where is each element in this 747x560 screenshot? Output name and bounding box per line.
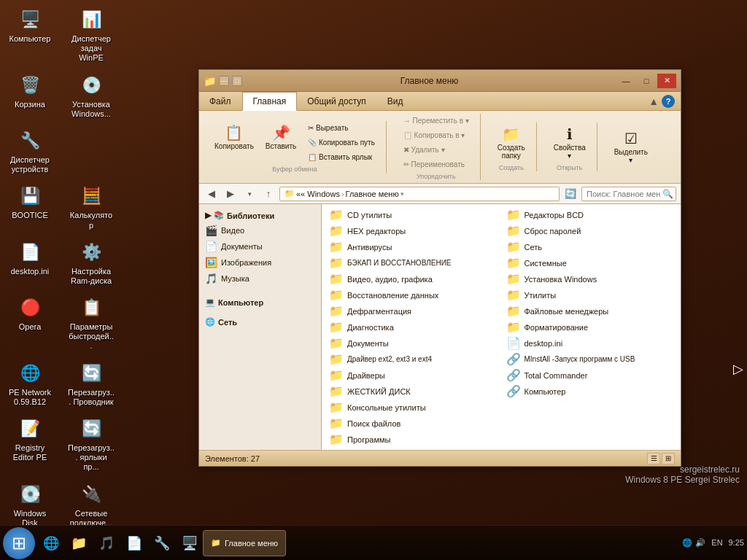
file-item-search[interactable]: 📁 Поиск файлов <box>325 416 501 431</box>
folder-icon: 📁 <box>285 189 295 198</box>
desktop-icon-taskmanager[interactable]: 📊 Диспетчер задач WinPE <box>65 4 117 66</box>
sidebar-network-header[interactable]: 🌐 Сеть <box>199 315 321 329</box>
start-button[interactable]: ⊞ <box>3 527 35 559</box>
grid-view-button[interactable]: ⊞ <box>662 453 675 464</box>
file-item-passreset[interactable]: 📁 Сброс паролей <box>502 223 678 238</box>
file-item-filemgr[interactable]: 📁 Файловые менеджеры <box>502 303 678 319</box>
desktop-icon-calculator[interactable]: 🧮 Калькулятор <box>65 180 117 233</box>
file-item-defrag[interactable]: 📁 Дефрагментация <box>325 303 501 319</box>
ribbon-newfolder-button[interactable]: 📁 Создать папку <box>492 122 530 163</box>
sidebar-libraries: ▶ 📚 Библиотеки 🎬 Видео 📄 Документы 🖼️ <box>199 209 321 287</box>
back-button[interactable]: ◀ <box>204 187 220 201</box>
file-item-utils[interactable]: 📁 Утилиты <box>502 287 678 303</box>
file-item-bcd[interactable]: 📁 Редакторы BCD <box>502 207 678 222</box>
help-icon[interactable]: ? <box>662 95 675 108</box>
ribbon-rename-button[interactable]: ✏ Переименовать <box>398 158 474 171</box>
taskbar-extra-icon[interactable]: 📄 <box>121 530 147 556</box>
file-item-ext-driver[interactable]: 📁 Драйвер ext2, ext3 и ext4 <box>325 351 501 367</box>
desktop-icon-shortcutsrestart[interactable]: 🔄 Перезагруз... ярлыки пр... <box>65 413 117 475</box>
ribbon-moveto-button[interactable]: → Переместить в ▾ <box>398 114 474 128</box>
desktop-icon-perfparams[interactable]: 📋 Параметры быстродей... <box>65 292 117 354</box>
taskbar-window-mainmenu[interactable]: 📁 Главное меню <box>203 530 286 556</box>
taskbar-app-icon[interactable]: 🖥️ <box>177 530 203 556</box>
forward-button[interactable]: ▶ <box>222 187 239 201</box>
file-item-recovery[interactable]: 📁 Восстановление данных <box>325 287 501 303</box>
ribbon-paste-button[interactable]: 📌 Вставить <box>260 121 301 164</box>
list-view-button[interactable]: ☰ <box>647 453 660 464</box>
ribbon-pasteshortcut-button[interactable]: 📋 Вставить ярлык <box>303 150 380 164</box>
file-item-media[interactable]: 📁 Видео, аудио, графика <box>325 271 501 287</box>
minimize-button[interactable]: — <box>616 74 635 88</box>
refresh-button[interactable]: 🔄 <box>562 187 578 201</box>
titlebar-minimize-btn[interactable]: — <box>219 76 229 86</box>
desktop-icon-registry[interactable]: 📝 Registry Editor PE <box>4 413 56 475</box>
menu-tab-file[interactable]: Файл <box>199 92 242 110</box>
file-item-hdd[interactable]: 📁 ЖЕСТКИЙ ДИСК <box>325 384 501 399</box>
taskbar-clock[interactable]: 9:25 <box>729 537 744 548</box>
file-item-desktopini[interactable]: 📄 desktop.ini <box>502 335 678 351</box>
recycle-icon: 🗑️ <box>17 72 43 98</box>
desktop-icon-devicemgr[interactable]: 🔧 Диспетчер устройств <box>4 125 56 177</box>
taskbar-tool-icon[interactable]: 🔧 <box>149 530 175 556</box>
file-item-cd[interactable]: 📁 CD утилиты <box>325 207 501 222</box>
sidebar-item-video[interactable]: 🎬 Видео <box>199 222 321 238</box>
sidebar-item-images[interactable]: 🖼️ Изображения <box>199 254 321 271</box>
menu-tab-view[interactable]: Вид <box>377 92 414 110</box>
desktop-icon-ramconfig[interactable]: ⚙️ Настройка Ram-диска <box>65 236 117 289</box>
taskbar-explorer-icon[interactable]: 📁 <box>66 530 92 556</box>
file-item-format[interactable]: 📁 Форматирование <box>502 319 678 335</box>
desktop-icon-penet[interactable]: 🌐 PE Network 0.59.B12 <box>4 357 56 410</box>
menu-tab-share[interactable]: Общий доступ <box>297 92 377 110</box>
file-item-console[interactable]: 📁 Консольные утилиты <box>325 400 501 415</box>
ribbon-copy-button[interactable]: 📋 Копировать <box>209 121 259 164</box>
sidebar-libraries-header[interactable]: ▶ 📚 Библиотеки <box>199 209 321 222</box>
close-button[interactable]: ✕ <box>657 74 676 88</box>
menu-tab-home[interactable]: Главная <box>242 92 298 111</box>
file-item-installwin[interactable]: 📁 Установка Windows <box>502 271 678 287</box>
up-button[interactable]: ↑ <box>260 187 276 201</box>
file-item-sys[interactable]: 📁 Системные <box>502 255 678 271</box>
registry-label: Registry Editor PE <box>7 443 53 462</box>
ribbon-properties-button[interactable]: ℹ Свойства ▾ <box>549 122 591 163</box>
file-item-drivers[interactable]: 📁 Драйверы <box>325 368 501 383</box>
desktop-icon-computer[interactable]: 🖥️ Компьютер <box>4 4 56 66</box>
file-item-hex[interactable]: 📁 HEX редакторы <box>325 223 501 238</box>
properties-icon: ℹ <box>567 125 573 143</box>
file-item-docs2[interactable]: 📁 Документы <box>325 335 501 351</box>
search-icon: 🔍 <box>662 189 673 199</box>
dropdown-button[interactable]: ▾ <box>241 187 258 201</box>
ribbon-copyto-button[interactable]: 📋 Копировать в ▾ <box>398 128 474 142</box>
breadcrumb-dropdown[interactable]: ▾ <box>400 190 404 198</box>
desktop-icon-recycle[interactable]: 🗑️ Корзина <box>4 69 56 122</box>
file-item-computer2[interactable]: 🔗 Компьютер <box>502 384 678 399</box>
file-item-net[interactable]: 📁 Сеть <box>502 239 678 254</box>
language-indicator[interactable]: EN <box>711 538 722 547</box>
taskbar-mediaplayer-icon[interactable]: 🎵 <box>93 530 120 556</box>
desktop-icon-explorerrestart[interactable]: 🔄 Перезагруз... Проводник <box>65 357 117 410</box>
file-item-minstall[interactable]: 🔗 MInstAll -Запуск программ с USB <box>502 351 678 367</box>
desktop-icon-bootice[interactable]: 💾 BOOTICE <box>4 180 56 233</box>
taskbar-ie-icon[interactable]: 🌐 <box>38 530 64 556</box>
file-name-net: Сеть <box>525 243 542 252</box>
ribbon-small-btns: ✂ Вырезать 📎 Копировать путь 📋 Вставить … <box>303 121 380 164</box>
titlebar-maximize-btn[interactable]: □ <box>232 76 242 86</box>
file-item-diag[interactable]: 📁 Диагностика <box>325 319 501 335</box>
ribbon-cut-button[interactable]: ✂ Вырезать <box>303 121 380 135</box>
nav-up-icon[interactable]: ▲ <box>649 96 659 107</box>
desktop-icon-install-windows[interactable]: 💿 Установка Windows... <box>65 69 117 122</box>
file-item-totalcmd[interactable]: 🔗 Total Commander <box>502 368 678 383</box>
address-path[interactable]: 📁 «« Windows › Главное меню ▾ <box>279 187 560 201</box>
sidebar-item-music[interactable]: 🎵 Музыка <box>199 271 321 287</box>
ribbon-select-button[interactable]: ☑ Выделить ▾ <box>609 127 653 167</box>
file-item-backup[interactable]: 📁 БЭКАП И ВОССТАНОВЛЕНИЕ <box>325 255 501 271</box>
ribbon-delete-button[interactable]: ✖ Удалить ▾ <box>398 143 474 157</box>
desktop-icon-desktopini[interactable]: 📄 desktop.ini <box>4 236 56 289</box>
file-item-antivirus[interactable]: 📁 Антивирусы <box>325 239 501 254</box>
ribbon-copypath-button[interactable]: 📎 Копировать путь <box>303 136 380 149</box>
file-item-programs[interactable]: 📁 Программы <box>325 432 501 447</box>
sidebar-computer-header[interactable]: 💻 Компьютер <box>199 295 321 309</box>
file-name-hex: HEX редакторы <box>347 227 406 236</box>
maximize-button[interactable]: □ <box>637 74 656 88</box>
desktop-icon-opera[interactable]: 🔴 Opera <box>4 292 56 354</box>
sidebar-item-docs[interactable]: 📄 Документы <box>199 238 321 254</box>
